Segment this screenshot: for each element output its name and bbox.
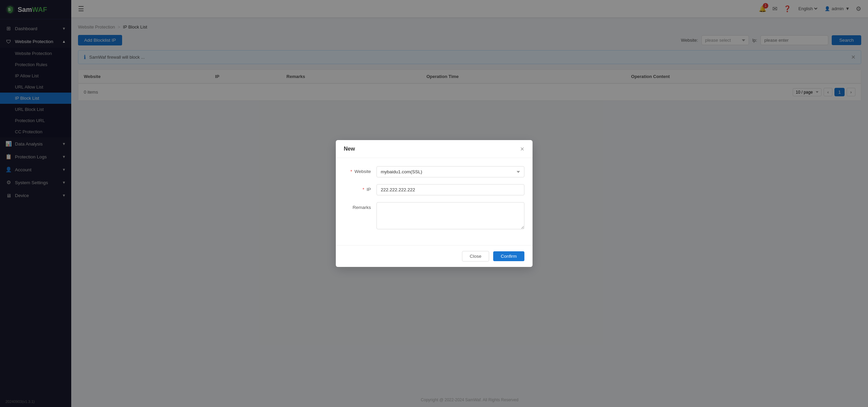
modal-remarks-textarea[interactable] — [377, 202, 524, 229]
modal-close-button[interactable]: × — [520, 146, 524, 152]
modal-footer: Close Confirm — [336, 245, 533, 267]
website-field-label: * Website — [344, 166, 371, 174]
modal-header: New × — [336, 140, 533, 158]
new-modal: New × * Website mybaidu1.com(SSL) * — [336, 140, 533, 267]
modal-ip-input[interactable] — [377, 184, 524, 195]
form-ip-row: * IP — [344, 184, 524, 195]
ip-field-label: * IP — [344, 184, 371, 192]
modal-title: New — [344, 146, 355, 152]
modal-close-footer-button[interactable]: Close — [462, 251, 489, 261]
form-remarks-row: Remarks — [344, 202, 524, 230]
form-website-row: * Website mybaidu1.com(SSL) — [344, 166, 524, 177]
modal-body: * Website mybaidu1.com(SSL) * IP — [336, 158, 533, 245]
remarks-field-label: Remarks — [344, 202, 371, 210]
modal-website-select[interactable]: mybaidu1.com(SSL) — [377, 166, 524, 177]
modal-overlay[interactable]: New × * Website mybaidu1.com(SSL) * — [0, 0, 868, 407]
modal-confirm-button[interactable]: Confirm — [493, 251, 524, 261]
